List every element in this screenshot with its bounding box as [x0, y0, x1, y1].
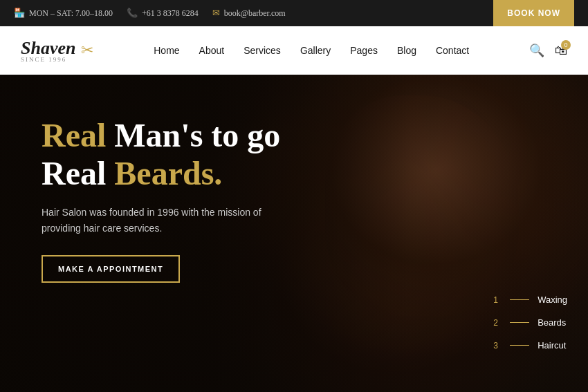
- nav-item-home[interactable]: Home: [154, 44, 179, 57]
- logo-text-group: Shaven SINCE 1996: [21, 38, 75, 63]
- hero-section: Real Man's to go Real Beards. Hair Salon…: [0, 75, 588, 392]
- hero-content: Real Man's to go Real Beards. Hair Salon…: [42, 116, 291, 283]
- email-icon: ✉: [212, 8, 220, 19]
- top-bar: 🏪 MON – SAT: 7.00–18.00 📞 +61 3 8378 628…: [0, 0, 588, 26]
- phone-text: +61 3 8378 6284: [142, 8, 199, 19]
- side-list-item-3: 3 Haircut: [493, 340, 567, 351]
- side-list-num-3: 3: [493, 341, 502, 351]
- logo: Shaven SINCE 1996 ✂: [21, 38, 93, 63]
- search-icon: 🔍: [529, 44, 544, 57]
- side-list-label-3: Haircut: [538, 340, 566, 351]
- book-now-button[interactable]: BOOK NOW: [493, 0, 574, 26]
- hero-title-white1: Man's to go: [114, 117, 280, 153]
- nav-link-contact[interactable]: Contact: [436, 45, 469, 56]
- hours-icon: 🏪: [14, 8, 25, 19]
- nav-link-gallery[interactable]: Gallery: [300, 45, 331, 56]
- side-list-line-1: [510, 299, 529, 300]
- side-list-line-3: [510, 345, 529, 346]
- nav-item-pages[interactable]: Pages: [350, 44, 378, 57]
- side-list-line-2: [510, 322, 529, 323]
- side-list-item-1: 1 Waxing: [493, 295, 567, 305]
- cart-badge: 0: [561, 40, 571, 50]
- appointment-button[interactable]: MAKE A APPOINTMENT: [42, 255, 180, 283]
- side-list-num-2: 2: [493, 318, 502, 328]
- nav-link-home[interactable]: Home: [154, 45, 179, 56]
- logo-brand: Shaven: [21, 38, 75, 58]
- side-list-label-1: Waxing: [538, 295, 567, 305]
- phone-icon: 📞: [127, 8, 138, 19]
- side-list-item-2: 2 Beards: [493, 317, 567, 328]
- hero-side-list: 1 Waxing 2 Beards 3 Haircut: [493, 295, 567, 351]
- hero-title: Real Man's to go Real Beards.: [42, 116, 291, 192]
- hours-item: 🏪 MON – SAT: 7.00–18.00: [14, 8, 113, 19]
- hero-title-accent2: Beards.: [114, 155, 222, 192]
- phone-item: 📞 +61 3 8378 6284: [127, 8, 199, 19]
- nav-link-about[interactable]: About: [199, 45, 225, 56]
- nav-links: Home About Services Gallery Pages Blog C…: [154, 44, 469, 57]
- hero-description: Hair Salon was founded in 1996 with the …: [42, 205, 291, 236]
- nav-link-services[interactable]: Services: [244, 45, 281, 56]
- navigation: Shaven SINCE 1996 ✂ Home About Services …: [0, 26, 588, 75]
- nav-item-contact[interactable]: Contact: [436, 44, 469, 57]
- nav-icons: 🔍 🛍 0: [529, 43, 567, 58]
- email-text: book@barber.com: [224, 8, 286, 19]
- top-bar-left: 🏪 MON – SAT: 7.00–18.00 📞 +61 3 8378 628…: [14, 8, 286, 19]
- cart-button[interactable]: 🛍 0: [555, 44, 567, 58]
- email-item: ✉ book@barber.com: [212, 8, 286, 19]
- nav-item-services[interactable]: Services: [244, 44, 281, 57]
- logo-razor-icon: ✂: [81, 41, 93, 59]
- nav-item-gallery[interactable]: Gallery: [300, 44, 331, 57]
- hero-title-accent1: Real: [42, 117, 106, 153]
- search-button[interactable]: 🔍: [529, 43, 544, 58]
- side-list-label-2: Beards: [538, 317, 566, 328]
- hours-text: MON – SAT: 7.00–18.00: [29, 8, 113, 19]
- nav-item-blog[interactable]: Blog: [397, 44, 416, 57]
- nav-item-about[interactable]: About: [199, 44, 225, 57]
- nav-link-pages[interactable]: Pages: [350, 45, 378, 56]
- side-list-num-1: 1: [493, 295, 502, 305]
- nav-link-blog[interactable]: Blog: [397, 45, 416, 56]
- hero-title-white2: Real: [42, 155, 106, 192]
